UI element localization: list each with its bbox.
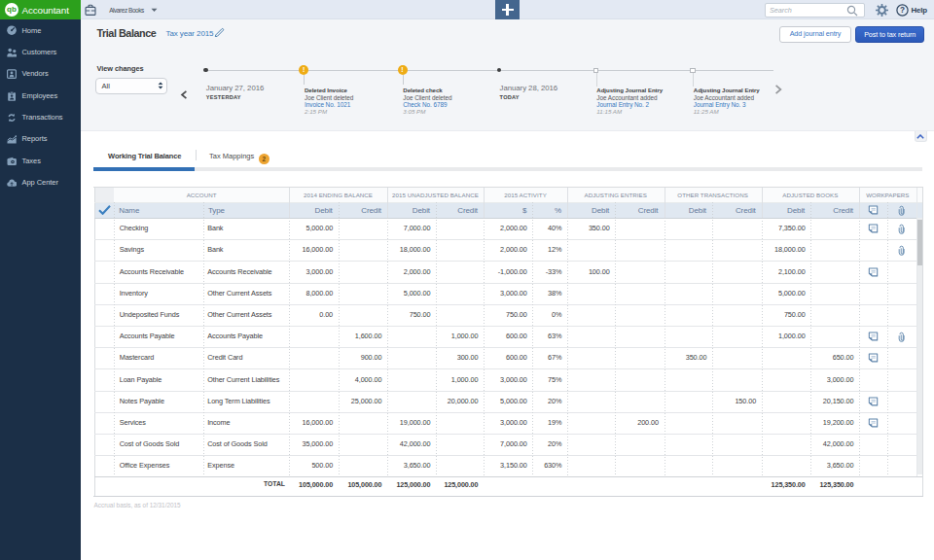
svg-text:?: ? — [900, 6, 905, 15]
